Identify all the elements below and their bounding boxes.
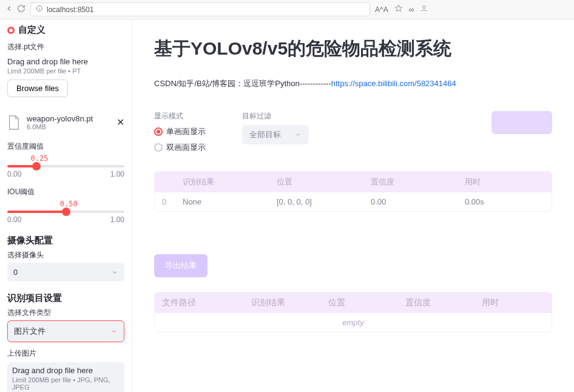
sidebar: 自定义 选择.pt文件 Drag and drop file here Limi… <box>0 19 132 392</box>
refresh-icon[interactable] <box>17 4 25 15</box>
url-text: localhost:8501 <box>47 5 93 14</box>
radio-double[interactable]: 双画面显示 <box>154 142 206 153</box>
account-icon[interactable] <box>420 4 428 15</box>
filetype-select[interactable]: 图片文件 <box>7 320 124 342</box>
conf-value: 0.25 <box>31 154 124 163</box>
byline: CSDN/知乎/B站/博客园：逗逗班学Python------------htt… <box>154 78 552 89</box>
infinity-icon[interactable]: ∞ <box>409 5 414 14</box>
favorite-icon[interactable] <box>394 4 403 15</box>
conf-label: 置信度阈值 <box>7 141 124 152</box>
filetype-label: 选择文件类型 <box>7 308 124 318</box>
empty-state: empty <box>155 313 552 332</box>
radio-off-icon <box>154 143 163 152</box>
text-size-icon[interactable]: A^A <box>375 5 388 14</box>
col-time: 用时 <box>458 172 552 192</box>
file-size: 6.0MB <box>27 123 93 130</box>
camera-header: 摄像头配置 <box>7 235 124 246</box>
file-icon <box>7 115 21 130</box>
col-filepath: 文件路径 <box>155 292 244 313</box>
confidence-slider[interactable]: 置信度阈值 0.25 0.001.00 <box>7 141 124 178</box>
record-icon <box>7 27 15 34</box>
file-name: weapon-yolov8n.pt <box>27 114 93 123</box>
results-table: 识别结果 位置 置信度 用时 0 None [0, 0, 0, 0] 0.00 … <box>154 171 552 212</box>
chevron-down-icon <box>294 131 302 138</box>
upload-hint: Limit 200MB per file • PT <box>7 67 124 75</box>
export-button[interactable]: 导出结果 <box>154 254 208 277</box>
camera-label: 选择摄像头 <box>7 250 124 260</box>
bilibili-link[interactable]: https://space.bilibili.com/582341464 <box>331 79 456 88</box>
iou-slider[interactable]: IOU阈值 0.50 0.001.00 <box>7 187 124 224</box>
remove-file-icon[interactable]: ✕ <box>116 117 124 128</box>
back-icon[interactable] <box>5 4 13 15</box>
filter-label: 目标过滤 <box>242 111 309 121</box>
chevron-down-icon <box>111 269 118 276</box>
filter-select[interactable]: 全部目标 <box>242 125 309 144</box>
export-table: 文件路径 识别结果 位置 置信度 用时 empty <box>154 292 552 333</box>
info-icon <box>36 5 43 14</box>
uploaded-file-row: weapon-yolov8n.pt 6.0MB ✕ <box>7 112 124 133</box>
browser-toolbar: localhost:8501 A^A ∞ <box>0 0 574 19</box>
sidebar-title: 自定义 <box>18 24 46 36</box>
pt-uploader[interactable]: Drag and drop file here Limit 200MB per … <box>7 55 124 102</box>
svg-point-1 <box>423 5 426 8</box>
pt-file-label: 选择.pt文件 <box>7 42 124 52</box>
mode-label: 显示模式 <box>154 111 206 121</box>
radio-single[interactable]: 单画面显示 <box>154 126 206 137</box>
table-row: 0 None [0, 0, 0, 0] 0.00 0.00s <box>155 192 552 211</box>
iou-value: 0.50 <box>60 200 124 208</box>
col-result: 识别结果 <box>175 172 269 192</box>
start-button[interactable]: 开始检测 <box>491 111 552 134</box>
camera-select[interactable]: 0 <box>7 263 124 282</box>
browse-button[interactable]: Browse files <box>7 79 68 97</box>
radio-on-icon <box>154 127 163 136</box>
project-header: 识别项目设置 <box>7 292 124 304</box>
page-title: 基于YOLOv8/v5的危险物品检测系统 <box>154 36 552 61</box>
col-position: 位置 <box>269 172 363 192</box>
iou-label: IOU阈值 <box>7 187 124 197</box>
address-bar[interactable]: localhost:8501 <box>30 2 370 16</box>
drag-text: Drag and drop file here <box>7 57 124 66</box>
main-content: 基于YOLOv8/v5的危险物品检测系统 CSDN/知乎/B站/博客园：逗逗班学… <box>132 19 574 392</box>
image-uploader[interactable]: Drag and drop file here Limit 200MB per … <box>7 362 124 392</box>
chevron-down-icon <box>110 328 118 335</box>
upload-image-label: 上传图片 <box>7 348 124 359</box>
col-confidence: 置信度 <box>363 172 458 192</box>
